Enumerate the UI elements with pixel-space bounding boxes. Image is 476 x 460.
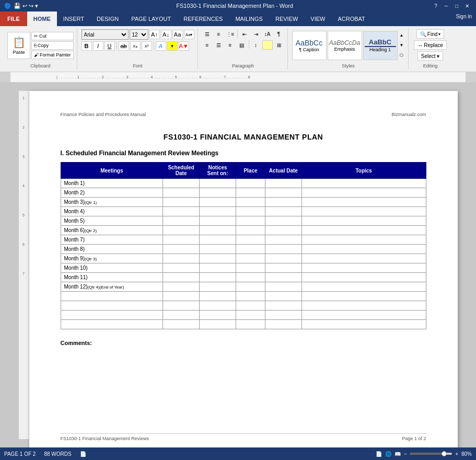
- copy-button[interactable]: ⎘ Copy: [31, 41, 74, 50]
- styles-expand-button[interactable]: ⬡: [399, 51, 405, 60]
- meeting-cell: [61, 292, 163, 301]
- borders-button[interactable]: ⊞: [274, 40, 284, 50]
- paste-icon: 📋: [13, 36, 26, 49]
- ruler-6: 6: [19, 243, 29, 272]
- decrease-indent-button[interactable]: ⇤: [239, 29, 250, 39]
- status-left: PAGE 1 OF 2 88 WORDS 📄: [4, 451, 86, 457]
- strikethrough-button[interactable]: ab: [119, 41, 129, 51]
- ruler: | . . . . . . . . 1 . . . . . . . . . 2 …: [0, 72, 476, 83]
- tab-insert[interactable]: INSERT: [57, 12, 90, 26]
- styles-up-button[interactable]: ▲: [399, 31, 405, 40]
- font-color-button[interactable]: A▼: [179, 41, 189, 51]
- increase-indent-button[interactable]: ⇥: [251, 29, 261, 39]
- table-row: [61, 301, 426, 310]
- find-button[interactable]: 🔍 Find ▾: [416, 29, 444, 39]
- place-cell: [236, 273, 265, 282]
- tab-page-layout[interactable]: PAGE LAYOUT: [125, 12, 177, 26]
- view-read-icon[interactable]: 📖: [394, 451, 401, 457]
- tab-references[interactable]: REFERENCES: [177, 12, 229, 26]
- table-header-row: Meetings Scheduled Date Notices Sent on:…: [61, 163, 426, 179]
- close-button[interactable]: ✕: [462, 2, 472, 10]
- select-button[interactable]: Select ▾: [417, 51, 444, 61]
- highlight-button[interactable]: ▼: [167, 41, 178, 51]
- restore-button[interactable]: □: [452, 2, 461, 10]
- zoom-slider[interactable]: [410, 453, 452, 455]
- tab-view[interactable]: VIEW: [304, 12, 331, 26]
- minimize-button[interactable]: ─: [442, 2, 451, 10]
- tab-acrobat[interactable]: ACROBAT: [331, 12, 371, 26]
- tab-design[interactable]: DESIGN: [90, 12, 125, 26]
- numbering-button[interactable]: ≡: [214, 29, 224, 39]
- font-size-select[interactable]: 12: [130, 29, 148, 40]
- topics-cell: [301, 188, 426, 198]
- place-cell: [236, 235, 265, 245]
- place-cell: [236, 320, 265, 329]
- text-effects-button[interactable]: A: [156, 41, 166, 51]
- shading-button[interactable]: [262, 40, 273, 50]
- zoom-track: [410, 453, 444, 455]
- font-family-select[interactable]: Arial: [82, 29, 129, 40]
- align-center-button[interactable]: ☰: [214, 40, 224, 50]
- bold-button[interactable]: B: [82, 41, 92, 51]
- style-heading-preview: AaBbC: [365, 38, 396, 47]
- sign-in-link[interactable]: Sign in: [451, 12, 476, 26]
- subscript-button[interactable]: X₂: [130, 41, 141, 51]
- tab-mailings[interactable]: MAILINGS: [229, 12, 269, 26]
- bullets-button[interactable]: ☰: [202, 29, 213, 39]
- align-right-button[interactable]: ≡: [225, 40, 236, 50]
- grow-font-button[interactable]: A↑: [149, 30, 160, 39]
- underline-button[interactable]: U: [105, 41, 115, 51]
- replace-button[interactable]: ↔ Replace: [414, 40, 447, 50]
- styles-down-button[interactable]: ▼: [399, 41, 405, 50]
- justify-button[interactable]: ▤: [237, 40, 247, 50]
- title-bar: 🔵 💾 ↩ ↪ ▾ FS1030-1 Financial Management …: [0, 0, 476, 12]
- paste-button[interactable]: 📋 Paste: [7, 32, 30, 59]
- scheduled-date-cell: [163, 235, 200, 245]
- section-title: I. Scheduled Financial Management Review…: [61, 150, 426, 157]
- actual-date-cell: [265, 254, 301, 263]
- zoom-out-button[interactable]: −: [404, 451, 407, 457]
- format-painter-button[interactable]: 🖌 Format Painter: [31, 51, 74, 59]
- notices-cell: [200, 301, 236, 310]
- zoom-thumb: [442, 451, 447, 456]
- page-header: Finance Policies and Procedures Manual B…: [61, 112, 426, 117]
- view-web-icon[interactable]: 🌐: [385, 451, 391, 457]
- style-normal[interactable]: AaBbCc ¶ Caption: [292, 31, 327, 60]
- zoom-in-button[interactable]: +: [455, 451, 458, 457]
- actual-date-cell: [265, 188, 301, 198]
- col-scheduled-date: Scheduled Date: [163, 163, 200, 179]
- paragraph-group: ☰ ≡ ⋮≡ ⇤ ⇥ ↕A ¶ ≡ ☰ ≡ ▤ ↕ ⊞ Paragraph: [199, 28, 288, 70]
- ruler-3: 3: [19, 155, 29, 184]
- topics-cell: [301, 320, 426, 329]
- comments-label: Comments:: [61, 340, 426, 346]
- meeting-cell: Month 10): [61, 263, 163, 273]
- meeting-cell: Month 2): [61, 188, 163, 198]
- help-button[interactable]: ?: [431, 2, 440, 10]
- style-caption[interactable]: AaBbCcDa Emphasis: [328, 31, 362, 60]
- shrink-font-button[interactable]: A↓: [161, 30, 171, 39]
- view-print-icon[interactable]: 📄: [376, 451, 382, 457]
- scheduled-date-cell: [163, 179, 200, 188]
- sort-button[interactable]: ↕A: [262, 29, 273, 39]
- style-heading[interactable]: AaBbC Heading 1: [363, 31, 398, 60]
- tab-review[interactable]: REVIEW: [269, 12, 304, 26]
- document-area[interactable]: 1 2 3 4 5 6 7 Finance Policies and Proce…: [0, 83, 476, 447]
- actual-date-cell: [265, 263, 301, 273]
- cut-button[interactable]: ✂ Cut: [31, 32, 74, 40]
- ruler-5: 5: [19, 213, 29, 243]
- font-row-2: B I U ab X₂ X² A ▼ A▼: [82, 41, 189, 51]
- clear-format-button[interactable]: Aa: [172, 30, 183, 39]
- align-left-button[interactable]: ≡: [202, 40, 213, 50]
- superscript-button[interactable]: X²: [142, 41, 152, 51]
- place-cell: [236, 292, 265, 301]
- font-separator-2: [154, 42, 154, 50]
- line-spacing-button[interactable]: ↕: [251, 40, 261, 50]
- table-row: Month 6)(Qtr 2): [61, 226, 426, 235]
- multilevel-button[interactable]: ⋮≡: [225, 29, 236, 39]
- tab-file[interactable]: FILE: [0, 12, 27, 26]
- tab-home[interactable]: HOME: [27, 12, 57, 26]
- show-marks-button[interactable]: ¶: [274, 29, 284, 39]
- italic-button[interactable]: I: [93, 41, 103, 51]
- case-button[interactable]: Aa▾: [184, 30, 194, 39]
- ribbon-body: 📋 Paste ✂ Cut ⎘ Copy 🖌 Format Painter Cl…: [0, 26, 476, 72]
